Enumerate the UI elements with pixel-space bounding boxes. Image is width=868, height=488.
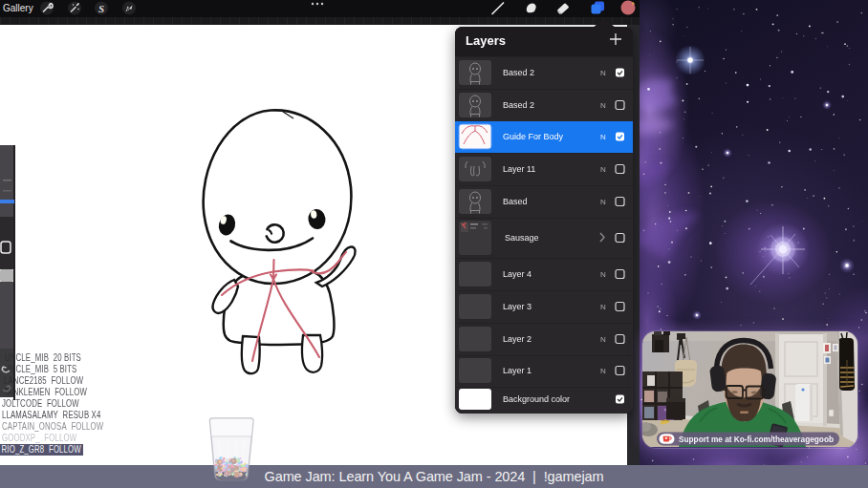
svg-text:Guide For Body: Guide For Body: [503, 132, 564, 141]
svg-text:N: N: [600, 198, 606, 206]
svg-text:N: N: [600, 270, 606, 279]
svg-text:Based 2: Based 2: [503, 100, 534, 110]
svg-text:N: N: [600, 335, 606, 344]
svg-text:N: N: [600, 69, 606, 77]
svg-text:N: N: [600, 367, 606, 375]
svg-text:N: N: [600, 165, 606, 174]
svg-text:Support me at Ko-fi.com/theave: Support me at Ko-fi.com/theaveragegoob: [679, 435, 834, 444]
svg-text:N: N: [600, 303, 606, 311]
svg-text:Background color: Background color: [503, 394, 570, 404]
svg-text:Based: Based: [503, 197, 528, 206]
svg-text:Layer 11: Layer 11: [503, 164, 535, 174]
svg-text:N: N: [600, 101, 606, 110]
svg-text:Layer 3: Layer 3: [503, 302, 532, 311]
svg-text:Sausage: Sausage: [505, 233, 539, 243]
svg-text:Layer 1: Layer 1: [503, 366, 532, 375]
svg-text:Layer 2: Layer 2: [503, 334, 532, 344]
svg-text:Layer 4: Layer 4: [503, 269, 532, 279]
svg-text:Based 2: Based 2: [503, 68, 534, 77]
svg-text:N: N: [600, 133, 606, 141]
